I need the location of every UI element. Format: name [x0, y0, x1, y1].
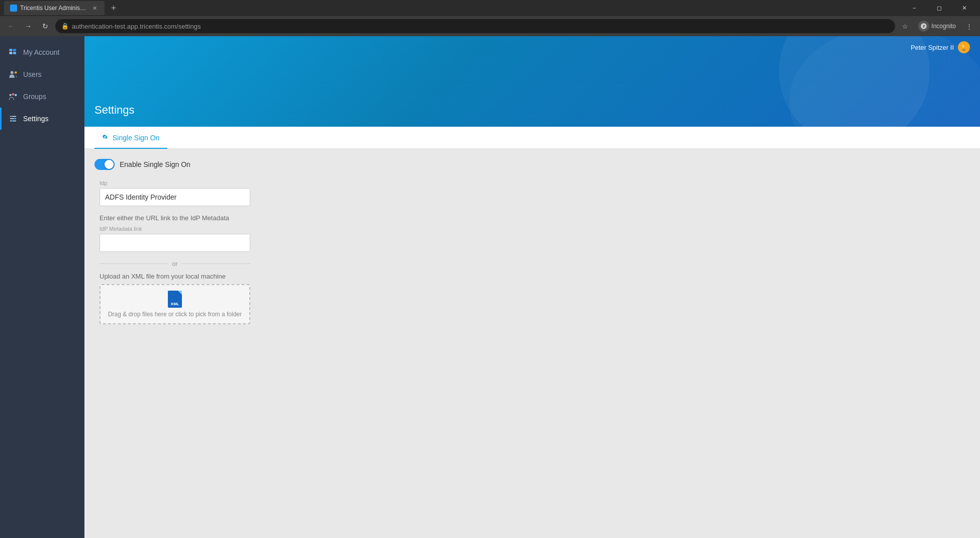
- header-avatar: 🏆: [958, 41, 970, 53]
- sidebar: My Account Users Groups: [0, 36, 84, 538]
- browser-chrome: Tricentis User Administration - S... ✕ +…: [0, 0, 980, 36]
- forward-button[interactable]: →: [21, 19, 35, 33]
- svg-point-5: [15, 71, 17, 74]
- upload-hint: Drag & drop files here or click to pick …: [108, 311, 242, 318]
- svg-point-8: [15, 94, 17, 97]
- new-tab-button[interactable]: +: [107, 1, 121, 15]
- svg-rect-1: [10, 52, 13, 54]
- metadata-helper: Enter either the URL link to the IdP Met…: [100, 214, 970, 222]
- idp-input[interactable]: [100, 188, 250, 206]
- svg-rect-0: [10, 49, 13, 51]
- browser-titlebar: Tricentis User Administration - S... ✕ +…: [0, 0, 980, 16]
- content-area: Single Sign On Enable Single Sign On Idp: [84, 127, 980, 538]
- tab-single-sign-on[interactable]: Single Sign On: [94, 127, 167, 149]
- browser-tab[interactable]: Tricentis User Administration - S... ✕: [4, 1, 105, 15]
- sso-toggle[interactable]: [94, 159, 115, 170]
- window-controls: − ◻ ✕: [903, 0, 976, 16]
- sidebar-item-settings-label: Settings: [23, 115, 49, 123]
- sidebar-item-my-account-label: My Account: [23, 48, 59, 56]
- header-banner: Peter Spitzer II 🏆 Settings: [84, 36, 980, 127]
- users-icon: [8, 69, 18, 79]
- app-container: My Account Users Groups: [0, 36, 980, 538]
- main-content: Peter Spitzer II 🏆 Settings Single Sign …: [84, 36, 980, 538]
- close-button[interactable]: ✕: [953, 0, 976, 16]
- svg-rect-2: [13, 49, 16, 51]
- sso-form: Idp Enter either the URL link to the IdP…: [100, 180, 970, 324]
- settings-icon: [8, 114, 18, 124]
- incognito-area: Incognito: [915, 19, 959, 33]
- tab-sso-label: Single Sign On: [113, 134, 159, 142]
- metadata-label: IdP Metadata link: [100, 226, 970, 232]
- sidebar-item-users[interactable]: Users: [0, 63, 84, 85]
- svg-point-12: [11, 116, 13, 117]
- or-divider: or: [100, 260, 250, 267]
- sso-toggle-row: Enable Single Sign On: [94, 159, 970, 170]
- svg-point-13: [14, 118, 16, 120]
- header-username: Peter Spitzer II: [911, 44, 954, 51]
- file-upload-zone[interactable]: XML Drag & drop files here or click to p…: [100, 284, 250, 324]
- incognito-avatar: [918, 21, 929, 32]
- groups-icon: [8, 92, 18, 102]
- browser-menu-button[interactable]: ⋮: [962, 19, 976, 33]
- address-text: authentication-test.app.tricentis.com/se…: [72, 23, 889, 30]
- tab-title: Tricentis User Administration - S...: [20, 5, 87, 12]
- page-title: Settings: [94, 104, 980, 117]
- svg-rect-3: [13, 52, 16, 54]
- sidebar-item-settings[interactable]: Settings: [0, 108, 84, 130]
- tab-close-button[interactable]: ✕: [90, 4, 99, 12]
- svg-point-7: [12, 93, 15, 96]
- svg-point-6: [10, 94, 12, 97]
- svg-point-14: [12, 120, 13, 122]
- or-text: or: [172, 260, 178, 267]
- idp-group: Idp: [100, 180, 970, 206]
- sidebar-item-groups[interactable]: Groups: [0, 85, 84, 108]
- metadata-group: IdP Metadata link: [100, 226, 970, 252]
- person-icon: [8, 47, 18, 57]
- sidebar-item-users-label: Users: [23, 70, 42, 78]
- minimize-button[interactable]: −: [903, 0, 926, 16]
- metadata-input[interactable]: [100, 234, 250, 252]
- settings-content: Enable Single Sign On Idp Enter either t…: [84, 149, 980, 334]
- back-button[interactable]: ←: [4, 19, 18, 33]
- browser-addressbar: ← → ↻ 🔒 authentication-test.app.tricenti…: [0, 16, 980, 36]
- sidebar-item-groups-label: Groups: [23, 93, 46, 101]
- address-bar[interactable]: 🔒 authentication-test.app.tricentis.com/…: [55, 19, 895, 33]
- tabs-bar: Single Sign On: [84, 127, 980, 149]
- incognito-label: Incognito: [931, 23, 956, 30]
- idp-label: Idp: [100, 180, 970, 186]
- svg-point-4: [11, 71, 14, 74]
- lock-icon: 🔒: [61, 23, 69, 30]
- or-line-left: [100, 263, 168, 264]
- or-line-right: [182, 263, 250, 264]
- sso-toggle-label: Enable Single Sign On: [120, 160, 190, 168]
- restore-button[interactable]: ◻: [928, 0, 951, 16]
- reload-button[interactable]: ↻: [38, 19, 52, 33]
- tab-favicon: [10, 5, 17, 12]
- upload-label: Upload an XML file from your local machi…: [100, 273, 970, 280]
- header-user: Peter Spitzer II 🏆: [901, 36, 980, 58]
- sidebar-item-my-account[interactable]: My Account: [0, 41, 84, 63]
- xml-file-icon: XML: [168, 291, 182, 308]
- key-icon: [103, 133, 110, 142]
- bookmark-button[interactable]: ☆: [898, 19, 912, 33]
